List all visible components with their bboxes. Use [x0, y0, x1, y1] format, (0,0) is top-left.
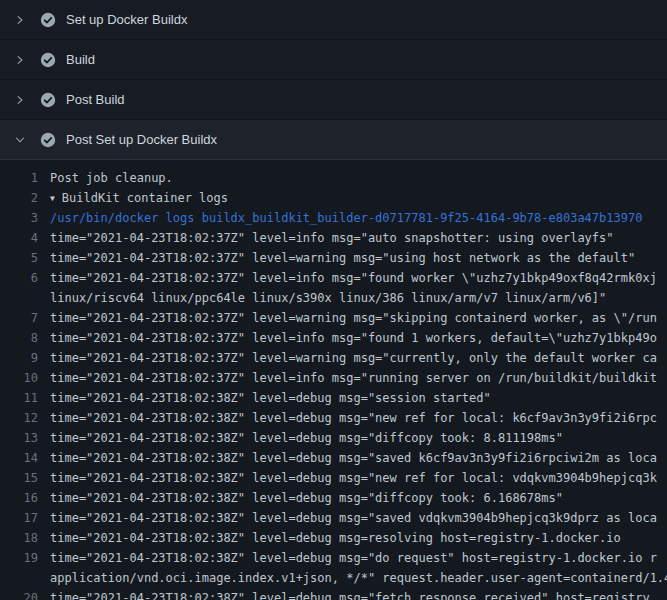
step-header[interactable]: Post Set up Docker Buildx — [0, 120, 667, 160]
log-line-text: Post job cleanup. — [50, 168, 173, 188]
log-line-text: application/vnd.oci.image.index.v1+json,… — [50, 568, 667, 588]
log-line[interactable]: linux/riscv64 linux/ppc64le linux/s390x … — [0, 288, 667, 308]
log-line-number[interactable]: 11 — [0, 388, 50, 408]
log-line-text: time="2021-04-23T18:02:38Z" level=debug … — [50, 428, 563, 448]
log-line-number[interactable] — [0, 288, 50, 308]
check-circle-icon — [40, 12, 56, 28]
log-line-text: time="2021-04-23T18:02:38Z" level=debug … — [50, 468, 657, 488]
log-line-number[interactable]: 7 — [0, 308, 50, 328]
log-line-text: time="2021-04-23T18:02:37Z" level=info m… — [50, 328, 657, 348]
log-line[interactable]: 4time="2021-04-23T18:02:37Z" level=info … — [0, 228, 667, 248]
log-line[interactable]: 2▼BuildKit container logs — [0, 188, 667, 208]
log-line-text: time="2021-04-23T18:02:37Z" level=info m… — [50, 228, 614, 248]
log-line-text: time="2021-04-23T18:02:38Z" level=debug … — [50, 548, 657, 568]
log-line-number[interactable]: 9 — [0, 348, 50, 368]
log-line[interactable]: 5time="2021-04-23T18:02:37Z" level=warni… — [0, 248, 667, 268]
log-line-number[interactable]: 8 — [0, 328, 50, 348]
log-line-text: time="2021-04-23T18:02:37Z" level=warnin… — [50, 248, 635, 268]
log-line-number[interactable]: 14 — [0, 448, 50, 468]
log-line-number[interactable]: 6 — [0, 268, 50, 288]
step-title: Post Build — [66, 92, 125, 107]
log-line[interactable]: 7time="2021-04-23T18:02:37Z" level=warni… — [0, 308, 667, 328]
log-line-number[interactable]: 16 — [0, 488, 50, 508]
log-line-number[interactable]: 19 — [0, 548, 50, 568]
log-line[interactable]: 20time="2021-04-23T18:02:38Z" level=debu… — [0, 588, 667, 600]
step-header[interactable]: Set up Docker Buildx — [0, 0, 667, 40]
log-line[interactable]: 17time="2021-04-23T18:02:38Z" level=debu… — [0, 508, 667, 528]
log-line-number[interactable]: 10 — [0, 368, 50, 388]
chevron-right-icon[interactable] — [14, 14, 26, 26]
log-line[interactable]: 9time="2021-04-23T18:02:37Z" level=warni… — [0, 348, 667, 368]
log-line-number[interactable] — [0, 568, 50, 588]
log-line-text: linux/riscv64 linux/ppc64le linux/s390x … — [50, 288, 606, 308]
log-line-number[interactable]: 12 — [0, 408, 50, 428]
log-line[interactable]: 15time="2021-04-23T18:02:38Z" level=debu… — [0, 468, 667, 488]
chevron-right-icon[interactable] — [14, 94, 26, 106]
log-line-number[interactable]: 1 — [0, 168, 50, 188]
log-line-number[interactable]: 15 — [0, 468, 50, 488]
log-line[interactable]: 1Post job cleanup. — [0, 168, 667, 188]
step-header[interactable]: Post Build — [0, 80, 667, 120]
log-line-text: time="2021-04-23T18:02:38Z" level=debug … — [50, 588, 650, 600]
log-line[interactable]: 13time="2021-04-23T18:02:38Z" level=debu… — [0, 428, 667, 448]
log-line[interactable]: 14time="2021-04-23T18:02:38Z" level=debu… — [0, 448, 667, 468]
group-title: BuildKit container logs — [62, 191, 228, 205]
log-line-text: time="2021-04-23T18:02:38Z" level=debug … — [50, 408, 657, 428]
step-title: Build — [66, 52, 95, 67]
log-line-number[interactable]: 13 — [0, 428, 50, 448]
log-line[interactable]: 18time="2021-04-23T18:02:38Z" level=debu… — [0, 528, 667, 548]
log-line[interactable]: 10time="2021-04-23T18:02:37Z" level=info… — [0, 368, 667, 388]
check-circle-icon — [40, 92, 56, 108]
log-line-text: ▼BuildKit container logs — [50, 188, 228, 208]
log-line-text: time="2021-04-23T18:02:38Z" level=debug … — [50, 528, 621, 548]
step-title: Post Set up Docker Buildx — [66, 132, 217, 147]
log-line[interactable]: 8time="2021-04-23T18:02:37Z" level=info … — [0, 328, 667, 348]
log-line-text: time="2021-04-23T18:02:37Z" level=warnin… — [50, 308, 657, 328]
log-line-number[interactable]: 17 — [0, 508, 50, 528]
log-line-number[interactable]: 4 — [0, 228, 50, 248]
log-line[interactable]: 6time="2021-04-23T18:02:37Z" level=info … — [0, 268, 667, 288]
log-line-number[interactable]: 3 — [0, 208, 50, 228]
log-line[interactable]: 12time="2021-04-23T18:02:38Z" level=debu… — [0, 408, 667, 428]
chevron-down-icon[interactable] — [14, 134, 26, 146]
log-line[interactable]: 16time="2021-04-23T18:02:38Z" level=debu… — [0, 488, 667, 508]
log-line-text: time="2021-04-23T18:02:37Z" level=warnin… — [50, 348, 657, 368]
check-circle-icon — [40, 132, 56, 148]
log-line[interactable]: application/vnd.oci.image.index.v1+json,… — [0, 568, 667, 588]
group-collapse-icon[interactable]: ▼ — [50, 189, 55, 208]
log-line-number[interactable]: 20 — [0, 588, 50, 600]
log-line-text: time="2021-04-23T18:02:37Z" level=info m… — [50, 368, 657, 388]
log-line-text: time="2021-04-23T18:02:38Z" level=debug … — [50, 488, 563, 508]
log-line[interactable]: 19time="2021-04-23T18:02:38Z" level=debu… — [0, 548, 667, 568]
log-command-text: /usr/bin/docker logs buildx_buildkit_bui… — [50, 208, 642, 228]
log-line-number[interactable]: 5 — [0, 248, 50, 268]
log-line-text: time="2021-04-23T18:02:38Z" level=debug … — [50, 388, 491, 408]
log-line-text: time="2021-04-23T18:02:37Z" level=info m… — [50, 268, 657, 288]
log-panel: 1Post job cleanup.2▼BuildKit container l… — [0, 160, 667, 600]
step-header[interactable]: Build — [0, 40, 667, 80]
log-line[interactable]: 3/usr/bin/docker logs buildx_buildkit_bu… — [0, 208, 667, 228]
log-line-text: time="2021-04-23T18:02:38Z" level=debug … — [50, 448, 657, 468]
step-title: Set up Docker Buildx — [66, 12, 187, 27]
log-line-text: time="2021-04-23T18:02:38Z" level=debug … — [50, 508, 657, 528]
log-line-number[interactable]: 2 — [0, 188, 50, 208]
chevron-right-icon[interactable] — [14, 54, 26, 66]
check-circle-icon — [40, 52, 56, 68]
step-list: Set up Docker BuildxBuildPost BuildPost … — [0, 0, 667, 160]
log-line[interactable]: 11time="2021-04-23T18:02:38Z" level=debu… — [0, 388, 667, 408]
log-line-number[interactable]: 18 — [0, 528, 50, 548]
